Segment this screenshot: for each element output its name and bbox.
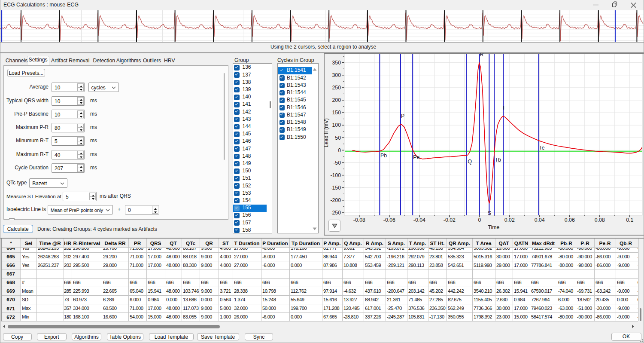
- svg-text:P: P: [401, 113, 404, 119]
- svg-text:R: R: [480, 53, 484, 58]
- svg-text:150: 150: [332, 110, 341, 116]
- svg-text:Tb: Tb: [495, 157, 501, 163]
- svg-text:0.08: 0.08: [595, 217, 605, 223]
- svg-text:Pb: Pb: [380, 153, 387, 159]
- svg-text:-200: -200: [330, 197, 341, 203]
- svg-text:0.02: 0.02: [504, 217, 515, 223]
- svg-text:-50: -50: [333, 160, 341, 166]
- svg-text:-250: -250: [330, 210, 341, 216]
- svg-text:T: T: [502, 105, 506, 111]
- svg-text:50: 50: [335, 135, 341, 141]
- svg-text:S: S: [488, 210, 491, 216]
- svg-text:0.1: 0.1: [626, 217, 633, 223]
- svg-text:0.06: 0.06: [565, 217, 575, 223]
- svg-text:0: 0: [478, 217, 481, 223]
- svg-text:-150: -150: [330, 185, 341, 191]
- svg-text:200: 200: [332, 97, 341, 103]
- svg-text:-0.08: -0.08: [353, 217, 365, 223]
- svg-text:Te: Te: [539, 145, 545, 151]
- svg-text:-0.06: -0.06: [383, 217, 395, 223]
- svg-text:Lead II (mV): Lead II (mV): [324, 118, 329, 147]
- svg-text:250: 250: [332, 85, 341, 91]
- svg-text:0: 0: [338, 147, 341, 153]
- svg-text:-100: -100: [330, 172, 341, 178]
- svg-text:Pe: Pe: [413, 154, 419, 160]
- svg-text:Time: Time: [488, 224, 500, 230]
- svg-text:Q: Q: [468, 159, 472, 165]
- svg-text:300: 300: [332, 72, 341, 78]
- svg-text:-0.04: -0.04: [413, 217, 425, 223]
- svg-text:350: 350: [332, 60, 341, 66]
- svg-text:-0.02: -0.02: [444, 217, 456, 223]
- svg-text:0.04: 0.04: [535, 217, 545, 223]
- svg-text:100: 100: [332, 122, 341, 128]
